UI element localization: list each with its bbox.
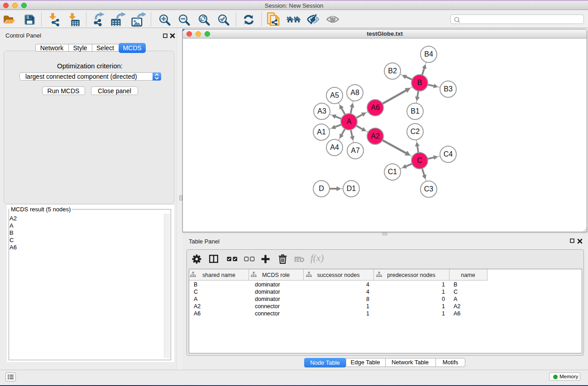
svg-text:A6: A6 bbox=[371, 104, 380, 111]
svg-text:B1: B1 bbox=[411, 107, 420, 115]
svg-text:A7: A7 bbox=[351, 147, 360, 154]
svg-text:C1: C1 bbox=[388, 168, 397, 176]
svg-text:A1: A1 bbox=[317, 128, 326, 136]
svg-text:A5: A5 bbox=[330, 91, 339, 99]
svg-text:B4: B4 bbox=[424, 50, 433, 58]
svg-text:C3: C3 bbox=[424, 185, 434, 193]
svg-text:D1: D1 bbox=[347, 185, 356, 192]
svg-text:A2: A2 bbox=[371, 132, 380, 140]
svg-text:A4: A4 bbox=[330, 143, 339, 151]
svg-text:D: D bbox=[319, 185, 324, 192]
svg-text:C: C bbox=[417, 157, 422, 164]
svg-text:C4: C4 bbox=[444, 150, 453, 158]
svg-text:C2: C2 bbox=[411, 128, 420, 135]
svg-text:A3: A3 bbox=[317, 107, 326, 115]
svg-text:A8: A8 bbox=[350, 89, 359, 96]
svg-text:B2: B2 bbox=[388, 67, 397, 75]
svg-text:B3: B3 bbox=[444, 85, 453, 93]
svg-text:A: A bbox=[347, 118, 352, 125]
svg-text:B: B bbox=[417, 79, 422, 86]
